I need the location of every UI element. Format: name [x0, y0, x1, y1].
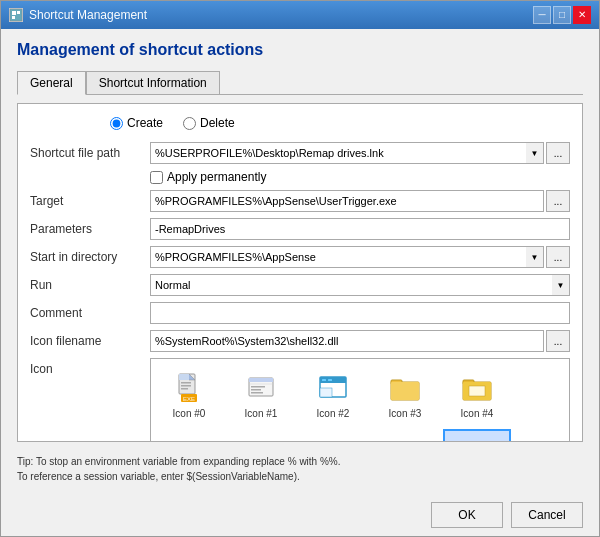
icon-4-label: Icon #4: [461, 408, 494, 419]
icon-cell-5[interactable]: Icon #5: [155, 429, 223, 442]
svg-rect-5: [179, 374, 189, 380]
create-radio[interactable]: [110, 117, 123, 130]
comment-control: [150, 302, 570, 324]
comment-row: Comment: [30, 302, 570, 324]
icon-3-label: Icon #3: [389, 408, 422, 419]
icon-cell-7[interactable]: Icon #7: [299, 429, 367, 442]
run-row: Run ▼: [30, 274, 570, 296]
parameters-control: [150, 218, 570, 240]
title-bar-controls: ─ □ ✕: [533, 6, 591, 24]
start-in-dir-label: Start in directory: [30, 250, 150, 264]
start-in-dir-browse-btn[interactable]: ...: [546, 246, 570, 268]
title-bar-left: Shortcut Management: [9, 8, 147, 22]
close-button[interactable]: ✕: [573, 6, 591, 24]
comment-label: Comment: [30, 306, 150, 320]
ok-button[interactable]: OK: [431, 502, 503, 528]
shortcut-file-path-label: Shortcut file path: [30, 146, 150, 160]
start-in-dir-control: ▼ ...: [150, 246, 570, 268]
delete-radio[interactable]: [183, 117, 196, 130]
svg-rect-3: [12, 16, 15, 19]
parameters-label: Parameters: [30, 222, 150, 236]
target-row: Target ...: [30, 190, 570, 212]
run-label: Run: [30, 278, 150, 292]
icon-7-image: [315, 436, 351, 443]
svg-rect-14: [251, 386, 265, 388]
run-input[interactable]: [150, 274, 552, 296]
apply-permanently-checkbox[interactable]: [150, 171, 163, 184]
tip-line1: Tip: To stop an environment variable fro…: [17, 454, 583, 469]
dialog-button-row: OK Cancel: [1, 496, 599, 536]
start-in-dir-dropdown-btn[interactable]: ▼: [526, 246, 544, 268]
icon-grid: EXE Icon #0: [155, 363, 565, 442]
create-radio-text: Create: [127, 116, 163, 130]
svg-rect-12: [249, 378, 273, 382]
icon-grid-container[interactable]: EXE Icon #0: [150, 358, 570, 442]
icon-2-label: Icon #2: [317, 408, 350, 419]
create-radio-label[interactable]: Create: [110, 116, 163, 130]
icon-cell-2[interactable]: Icon #2: [299, 363, 367, 425]
apply-permanently-label: Apply permanently: [167, 170, 266, 184]
tab-bar: General Shortcut Information: [17, 71, 583, 95]
icon-cell-0[interactable]: EXE Icon #0: [155, 363, 223, 425]
minimize-button[interactable]: ─: [533, 6, 551, 24]
icon-9-image: [459, 436, 495, 443]
icon-filename-control: ...: [150, 330, 570, 352]
icon-cell-4[interactable]: Icon #4: [443, 363, 511, 425]
title-bar: Shortcut Management ─ □ ✕: [1, 1, 599, 29]
icon-label: Icon: [30, 358, 150, 376]
icon-filename-browse-btn[interactable]: ...: [546, 330, 570, 352]
delete-radio-label[interactable]: Delete: [183, 116, 235, 130]
target-label: Target: [30, 194, 150, 208]
svg-rect-24: [391, 382, 419, 400]
icon-cell-8[interactable]: Icon #8: [371, 429, 439, 442]
main-window: Shortcut Management ─ □ ✕ Management of …: [0, 0, 600, 537]
tab-shortcut-information[interactable]: Shortcut Information: [86, 71, 220, 95]
svg-rect-20: [328, 379, 332, 381]
app-icon: [9, 8, 23, 22]
run-combo: ▼: [150, 274, 570, 296]
svg-rect-7: [181, 385, 191, 387]
icon-1-label: Icon #1: [245, 408, 278, 419]
action-radio-group: Create Delete: [30, 114, 570, 136]
comment-input[interactable]: [150, 302, 570, 324]
start-in-dir-row: Start in directory ▼ ...: [30, 246, 570, 268]
tab-general[interactable]: General: [17, 71, 86, 95]
svg-rect-8: [181, 388, 188, 390]
icon-cell-1[interactable]: Icon #1: [227, 363, 295, 425]
icon-cell-6[interactable]: Icon #6: [227, 429, 295, 442]
tip-area: Tip: To stop an environment variable fro…: [17, 450, 583, 484]
maximize-button[interactable]: □: [553, 6, 571, 24]
svg-rect-1: [12, 11, 16, 15]
target-input[interactable]: [150, 190, 544, 212]
icon-cell-3[interactable]: Icon #3: [371, 363, 439, 425]
target-control: ...: [150, 190, 570, 212]
icon-4-image: [459, 370, 495, 406]
svg-rect-6: [181, 382, 191, 384]
start-in-dir-combo: ▼: [150, 246, 544, 268]
icon-2-image: [315, 370, 351, 406]
icon-1-image: [243, 370, 279, 406]
form-area: Create Delete Shortcut file path ▼ ...: [17, 103, 583, 442]
shortcut-file-path-browse-btn[interactable]: ...: [546, 142, 570, 164]
icon-5-image: [171, 436, 207, 443]
icon-filename-label: Icon filename: [30, 334, 150, 348]
svg-text:EXE: EXE: [183, 396, 195, 402]
icon-cell-9[interactable]: Icon #9: [443, 429, 511, 442]
dialog-header-title: Management of shortcut actions: [17, 41, 583, 59]
icon-filename-input[interactable]: [150, 330, 544, 352]
icon-8-image: [387, 436, 423, 443]
target-browse-btn[interactable]: ...: [546, 190, 570, 212]
apply-permanently-row: Apply permanently: [30, 170, 570, 184]
run-control: ▼: [150, 274, 570, 296]
shortcut-file-path-input[interactable]: [150, 142, 526, 164]
shortcut-file-path-dropdown-btn[interactable]: ▼: [526, 142, 544, 164]
cancel-button[interactable]: Cancel: [511, 502, 583, 528]
svg-rect-2: [17, 11, 20, 14]
icon-0-image: EXE: [171, 370, 207, 406]
run-dropdown-btn[interactable]: ▼: [552, 274, 570, 296]
delete-radio-text: Delete: [200, 116, 235, 130]
svg-rect-16: [251, 392, 263, 394]
tip-line2: To reference a session variable, enter $…: [17, 469, 583, 484]
parameters-input[interactable]: [150, 218, 570, 240]
start-in-dir-input[interactable]: [150, 246, 526, 268]
